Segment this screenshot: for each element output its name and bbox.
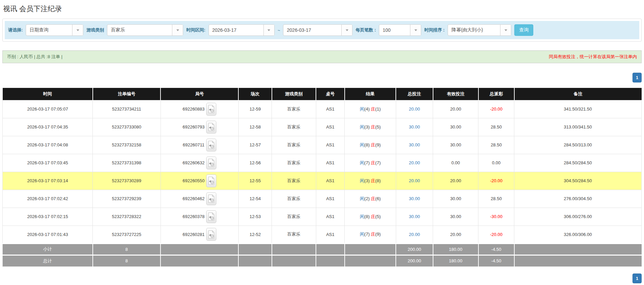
video-replay-button[interactable] [206,157,216,169]
date-to-select[interactable]: 2026-03-17 [283,24,352,36]
game-type-cell: 百家乐 [272,208,316,225]
chevron-down-icon [346,29,348,31]
query-type-select[interactable]: 日期查询 [26,24,83,36]
total-bet-link[interactable]: 20.00 [396,100,433,118]
table-row: 2026-03-17 07:04:35523273733080692260793… [3,118,642,136]
total-bet-link[interactable]: 30.00 [396,208,433,225]
query-type-dropdown-button[interactable] [72,25,83,35]
game-type-cell: 百家乐 [272,100,316,118]
valid-bet-cell: 30.00 [433,208,478,225]
table-row: 2026-03-17 07:01:43523273727225692260281… [3,225,642,243]
date-range-tilde: ~ [278,28,280,33]
bets-table: 时间注单编号局号场次游戏类别桌号结果总投注有效投注总派彩备注 2026-03-1… [2,88,642,267]
col-header-2: 局号 [160,88,238,100]
video-replay-button[interactable] [206,228,216,241]
bet-id-cell: 523273727225 [93,225,160,243]
payout-cell: 28.50 [478,190,514,208]
video-replay-button[interactable] [206,121,216,134]
date-to-dropdown-button[interactable] [341,25,352,35]
total-row-count: 8 [93,255,160,266]
page-button-1[interactable]: 1 [632,73,642,82]
video-replay-button[interactable] [206,103,216,116]
subtotal-row-empty [345,243,396,255]
col-header-1: 注单编号 [93,88,160,100]
total-bet-link[interactable]: 30.00 [396,136,433,154]
date-from-select[interactable]: 2026-03-17 [209,24,275,36]
subtotal-row-empty [316,243,345,255]
bet-id-cell: 523273730289 [93,172,160,190]
round-cell: 692260632 [160,154,238,172]
payout-cell: -20.00 [478,100,514,118]
table-number-cell: AS1 [316,172,345,190]
table-number-cell: AS1 [316,190,345,208]
date-to-value: 2026-03-17 [283,27,341,33]
game-type-cell: 百家乐 [272,225,316,243]
payout-cell: -20.00 [478,172,514,190]
sort-order-label: 时间排序 : [424,27,445,33]
result-cell: 闲(8) 庄(9) [345,136,396,154]
query-type-value: 日期查询 [26,27,72,33]
col-header-10: 备注 [514,88,642,100]
table-number-cell: AS1 [316,136,345,154]
round-id: 692260281 [183,232,205,237]
game-type-dropdown-button[interactable] [172,25,183,35]
payout-cell: 28.50 [478,118,514,136]
result-cell: 闲(4) 庄(1) [345,100,396,118]
time-cell: 2026-03-17 07:03:14 [3,172,93,190]
page-title: 视讯 会员下注纪录 [3,4,642,14]
total-bet-link[interactable]: 30.00 [396,118,433,136]
round-cell: 692260711 [160,136,238,154]
total-bet-link[interactable]: 20.00 [396,154,433,172]
bet-id-cell: 523273732158 [93,136,160,154]
video-file-icon [208,159,214,167]
table-row: 2026-03-17 07:03:14523273730289692260550… [3,172,642,190]
page-size-select[interactable]: 100 [379,24,421,36]
result-cell: 闲(7) 庄(9) [345,225,396,243]
game-type-cell: 百家乐 [272,118,316,136]
video-file-icon [208,194,214,203]
total-bet-link[interactable]: 20.00 [396,225,433,243]
video-file-icon [208,141,214,149]
game-type-select[interactable]: 百家乐 [107,24,183,36]
remark-cell: 326.00/306.00 [514,225,642,243]
total-row-empty [272,255,316,266]
col-header-8: 有效投注 [433,88,478,100]
total-row-empty [316,255,345,266]
subtotal-row-empty [160,243,238,255]
remark-cell: 306.00/276.00 [514,208,642,225]
note-text: 同局有效投注，统一计算在该局第一张注单内 [549,54,637,60]
game-type-cell: 百家乐 [272,190,316,208]
pagination-bottom: 1 [2,274,642,283]
video-replay-button[interactable] [206,174,216,187]
table-row: 2026-03-17 07:04:08523273732158692260711… [3,136,642,154]
sort-order-select[interactable]: 降幂(由大到小) [448,24,511,36]
col-header-5: 桌号 [316,88,345,100]
total-row-total-bet: 200.00 [396,255,433,266]
video-file-icon [208,176,214,185]
bet-id-cell: 523273728322 [93,208,160,225]
query-type-label: 请选择: [8,27,23,33]
total-bet-link[interactable]: 20.00 [396,172,433,190]
total-row-valid-bet: 180.00 [433,255,478,266]
video-replay-button[interactable] [206,192,216,205]
subtotal-row-count: 8 [93,243,160,255]
col-header-3: 场次 [238,88,272,100]
page-size-dropdown-button[interactable] [410,25,421,35]
valid-bet-cell: 20.00 [433,100,478,118]
table-row: 2026-03-17 07:02:42523273729239692260462… [3,190,642,208]
round-cell: 692260281 [160,225,238,243]
col-header-7: 总投注 [396,88,433,100]
game-type-value: 百家乐 [107,27,172,33]
session-cell: 12-53 [238,208,272,225]
total-bet-link[interactable]: 30.00 [396,190,433,208]
page-size-value: 100 [379,27,410,33]
video-replay-button[interactable] [206,210,216,223]
video-file-icon [208,105,214,113]
date-from-value: 2026-03-17 [209,27,263,33]
video-replay-button[interactable] [206,139,216,151]
total-row-empty [345,255,396,266]
page-button-1[interactable]: 1 [632,274,642,283]
search-button[interactable]: 查询 [514,24,533,36]
sort-order-dropdown-button[interactable] [500,25,511,35]
date-from-dropdown-button[interactable] [263,25,274,35]
